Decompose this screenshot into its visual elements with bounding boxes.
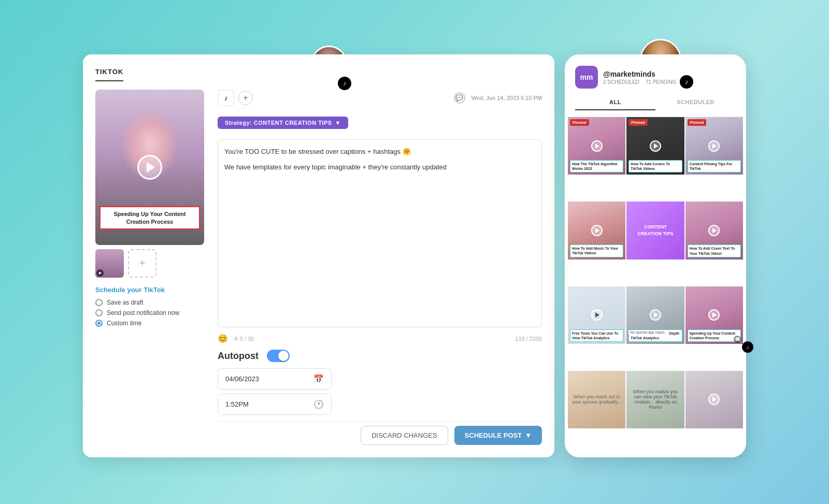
grid-cell-12[interactable] <box>685 371 743 428</box>
tiktok-badge-top-center: ♪ <box>338 77 351 90</box>
chevron-down-icon: ▼ <box>525 431 532 439</box>
cell-caption-1: How The TikTok Algorithm Works 2022 <box>570 160 623 172</box>
hashtag-counter: # 0 / 30 <box>234 335 254 342</box>
chat-icon[interactable]: 💬 <box>454 92 465 104</box>
strategy-button[interactable]: Strategy: CONTENT CREATION TIPS ▼ <box>218 117 348 129</box>
calendar-icon: 📅 <box>313 374 324 384</box>
grid-cell-11[interactable]: When you realize you can view your TikTo… <box>626 371 684 428</box>
grid-cell-4[interactable]: How To Add Music To Your TikTok Videos <box>568 201 625 259</box>
cell-play-12 <box>708 394 720 405</box>
grid-cell-2[interactable]: Pinned How To Add Covers To TikTok Video… <box>626 117 684 175</box>
profile-avatar: mm <box>575 66 598 89</box>
action-buttons: DISCARD CHANGES SCHEDULE POST ▼ <box>218 421 542 445</box>
radio-save-draft[interactable]: Save as draft <box>95 299 209 306</box>
profile-stats: 2 SCHEDULED 71 PENDING <box>603 79 736 85</box>
chevron-down-icon: ▼ <box>335 120 341 126</box>
cell-text-11: When you realize you can view your TikTo… <box>626 371 684 428</box>
grid-cell-9[interactable]: Speeding Up Your Content Creation Proces… <box>685 286 743 344</box>
grid-cell-6[interactable]: How To Add Cover Text To Your TikTok Vid… <box>685 201 743 259</box>
grid-cell-5[interactable]: CONTENTCREATION TIPS <box>626 201 684 259</box>
no-special-badge: No special app requir... <box>628 330 669 335</box>
caption-textarea[interactable] <box>224 173 535 321</box>
cell-caption-6: How To Add Cover Text To Your TikTok Vid… <box>688 244 741 257</box>
caption-footer: 😊 # 0 / 30 133 / 2200 <box>218 334 542 343</box>
radio-custom-time[interactable]: Custom time <box>95 320 209 327</box>
time-value: 1:52PM <box>225 400 309 408</box>
date-input[interactable]: 04/06/2023 📅 <box>218 368 332 390</box>
mobile-tabs: ALL SCHEDULED <box>575 95 736 110</box>
schedule-button[interactable]: SCHEDULE POST ▼ <box>454 426 542 445</box>
grid-cell-7[interactable]: Free Tools You Can Use To View TikTok An… <box>568 286 625 344</box>
schedule-radio-group: Save as draft Send post notification now… <box>95 299 209 327</box>
cell-text-10: When you reach out to your spouse gradua… <box>568 371 625 428</box>
cell-caption-7: Free Tools You Can Use To View TikTok An… <box>570 329 623 342</box>
radio-label: Custom time <box>107 320 141 327</box>
strategy-label: Strategy: CONTENT CREATION TIPS <box>225 120 332 126</box>
pinned-badge-3: Pinned <box>688 119 707 126</box>
caption-editor-box: You're TOO CUTE to be stressed over capt… <box>218 139 542 327</box>
time-input[interactable]: 1:52PM 🕐 <box>218 394 332 415</box>
caption-text-line2: We have templates for every topic imagin… <box>224 163 447 171</box>
date-value: 04/06/2023 <box>225 375 309 383</box>
grid-cell-3[interactable]: Pinned Content Filming Tips For TikTok <box>685 117 743 175</box>
avatar-letters: mm <box>580 73 593 81</box>
video-thumbnails: ▶ + <box>95 249 209 278</box>
radio-circle-selected <box>95 320 103 327</box>
pinned-badge-1: Pinned <box>570 119 589 126</box>
date-time-inputs: 04/06/2023 📅 1:52PM 🕐 <box>218 368 542 415</box>
thumb-badge: ▶ <box>96 269 104 277</box>
cell-play-8 <box>650 309 661 321</box>
play-icon <box>147 162 155 172</box>
caption-date: Wed, Jun 14, 2023 6:10 PM <box>471 95 542 101</box>
tiktok-badge-top-right: ♪ <box>680 75 693 89</box>
hashtag-count: 0 / 30 <box>240 336 254 342</box>
grid-cell-1[interactable]: Pinned How The TikTok Algorithm Works 20… <box>568 117 625 175</box>
video-title-overlay: Speeding Up Your Content Creation Proces… <box>99 206 200 229</box>
cell-indicator: 💬 <box>734 336 741 343</box>
add-media-button[interactable]: + <box>128 249 156 278</box>
radio-label: Send post notification now <box>107 309 179 316</box>
schedule-section: Schedule your TikTok Save as draft Send … <box>95 282 209 327</box>
caption-text-line1: You're TOO CUTE to be stressed over capt… <box>224 148 411 155</box>
mobile-header: mm @marketminds 2 SCHEDULED 71 PENDING A… <box>568 57 743 117</box>
cell-play-6 <box>708 225 720 236</box>
video-section: Speeding Up Your Content Creation Proces… <box>95 90 209 445</box>
tiktok-platform-icon[interactable]: ♪ <box>218 90 234 106</box>
schedule-btn-label: SCHEDULE POST <box>465 431 522 439</box>
discard-button[interactable]: DISCARD CHANGES <box>361 426 448 445</box>
caption-section: ♪ + 💬 Wed, Jun 14, 2023 6:10 PM Strategy… <box>218 90 542 445</box>
panel-title: TIKTOK <box>95 68 123 76</box>
video-preview: Speeding Up Your Content Creation Proces… <box>95 90 204 245</box>
char-count: 133 / 2200 <box>515 336 542 342</box>
tab-scheduled[interactable]: SCHEDULED <box>655 95 736 110</box>
autopost-section: Autopost 04/06/2023 📅 1:52PM 🕐 <box>218 350 542 415</box>
radio-send-now[interactable]: Send post notification now <box>95 309 209 316</box>
autopost-label: Autopost <box>218 351 259 362</box>
video-thumbnail[interactable]: ▶ <box>95 249 124 278</box>
mobile-preview-panel: mm @marketminds 2 SCHEDULED 71 PENDING A… <box>565 54 746 457</box>
profile-info: @marketminds 2 SCHEDULED 71 PENDING <box>603 70 736 85</box>
scheduled-stat: 2 SCHEDULED <box>603 79 639 85</box>
pinned-badge-2: Pinned <box>628 119 648 126</box>
radio-circle <box>95 299 103 306</box>
profile-handle: @marketminds <box>603 70 736 78</box>
mobile-profile-row: mm @marketminds 2 SCHEDULED 71 PENDING <box>575 66 736 89</box>
autopost-toggle[interactable] <box>267 350 290 362</box>
cell-caption-4: How To Add Music To Your TikTok Videos <box>570 244 623 257</box>
tab-all[interactable]: ALL <box>575 95 655 110</box>
cell-play-1 <box>591 140 603 152</box>
grid-cell-8[interactable]: How To View Video In-Depth TikTok Analyt… <box>626 286 684 344</box>
pending-stat: 71 PENDING <box>646 79 676 85</box>
cell-play-3 <box>708 140 720 152</box>
grid-cell-10[interactable]: When you reach out to your spouse gradua… <box>568 371 625 428</box>
tiktok-badge-bottom-right: ♪ <box>742 341 753 353</box>
cell-caption-2: How To Add Covers To TikTok Videos <box>628 160 682 172</box>
cell-caption-9: Speeding Up Your Content Creation Proces… <box>688 329 741 342</box>
add-platform-button[interactable]: + <box>238 91 253 105</box>
cell-play-4 <box>591 225 603 236</box>
play-button[interactable] <box>137 155 162 180</box>
schedule-title: Schedule your TikTok <box>95 286 209 294</box>
cell-caption-3: Content Filming Tips For TikTok <box>688 160 741 172</box>
toggle-knob <box>278 351 289 361</box>
emoji-icon[interactable]: 😊 <box>218 334 228 343</box>
